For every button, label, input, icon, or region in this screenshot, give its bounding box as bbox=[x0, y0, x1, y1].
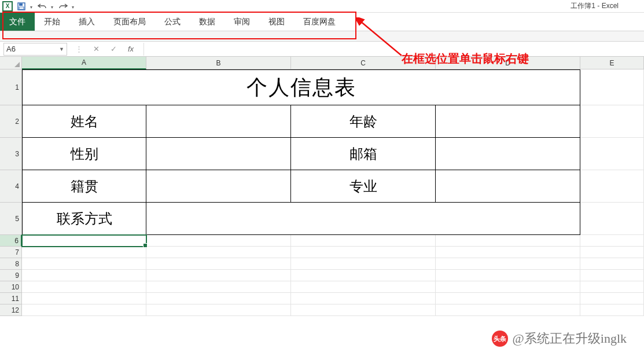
cell[interactable] bbox=[580, 235, 644, 247]
cell[interactable]: 姓名 bbox=[22, 105, 146, 138]
column-header-B[interactable]: B bbox=[146, 57, 291, 69]
cell[interactable] bbox=[580, 203, 644, 235]
column-header-row: ABCDE bbox=[0, 57, 644, 69]
name-box-dropdown-icon[interactable]: ▼ bbox=[59, 46, 64, 52]
row-header-12[interactable]: 12 bbox=[0, 304, 22, 316]
cell[interactable] bbox=[580, 304, 644, 316]
select-all-corner[interactable] bbox=[0, 57, 22, 69]
merged-contact-cell[interactable] bbox=[146, 203, 580, 235]
row-header-3[interactable]: 3 bbox=[0, 138, 22, 170]
cell[interactable]: 邮箱 bbox=[291, 138, 436, 170]
undo-dropdown[interactable]: ▾ bbox=[51, 5, 54, 8]
cell[interactable] bbox=[22, 293, 146, 304]
cell[interactable] bbox=[436, 247, 580, 258]
cell[interactable] bbox=[291, 258, 436, 270]
cell[interactable] bbox=[580, 281, 644, 293]
redo-icon bbox=[58, 3, 68, 10]
save-button[interactable] bbox=[15, 1, 28, 12]
cell[interactable]: 联系方式 bbox=[22, 203, 146, 235]
cell[interactable] bbox=[291, 270, 436, 281]
ribbon-tab-4[interactable]: 公式 bbox=[155, 13, 190, 31]
title-bar: X ▾ ▾ ▾ 工作簿1 - Excel bbox=[0, 0, 644, 13]
cancel-formula-button[interactable]: ✕ bbox=[89, 45, 103, 53]
cell[interactable] bbox=[580, 105, 644, 138]
row-header-5[interactable]: 5 bbox=[0, 203, 22, 235]
undo-button[interactable] bbox=[36, 1, 49, 12]
cell[interactable] bbox=[580, 293, 644, 304]
ribbon-body bbox=[0, 31, 644, 42]
cell[interactable] bbox=[22, 304, 146, 316]
cell[interactable]: 性别 bbox=[22, 138, 146, 170]
row-header-8[interactable]: 8 bbox=[0, 258, 22, 270]
cell[interactable] bbox=[146, 105, 291, 138]
cell[interactable] bbox=[146, 170, 291, 203]
cell[interactable] bbox=[22, 258, 146, 270]
row-header-7[interactable]: 7 bbox=[0, 247, 22, 258]
cell[interactable] bbox=[580, 258, 644, 270]
ribbon-tab-8[interactable]: 百度网盘 bbox=[294, 13, 345, 31]
cell[interactable] bbox=[291, 235, 436, 247]
ribbon-tab-2[interactable]: 插入 bbox=[69, 13, 104, 31]
cell[interactable]: 专业 bbox=[291, 170, 436, 203]
ribbon-tab-0[interactable]: 文件 bbox=[0, 13, 35, 31]
cell[interactable] bbox=[436, 293, 580, 304]
watermark-text: @系统正在升级inglk bbox=[513, 330, 627, 347]
cell[interactable] bbox=[146, 281, 291, 293]
cell[interactable] bbox=[580, 170, 644, 203]
row-header-2[interactable]: 2 bbox=[0, 105, 22, 138]
row-header-10[interactable]: 10 bbox=[0, 281, 22, 293]
cell[interactable] bbox=[436, 304, 580, 316]
cell[interactable] bbox=[146, 293, 291, 304]
cell[interactable] bbox=[22, 270, 146, 281]
accept-formula-button[interactable]: ✓ bbox=[106, 45, 120, 53]
row-header-4[interactable]: 4 bbox=[0, 170, 22, 203]
cell[interactable] bbox=[436, 170, 580, 203]
ribbon-tabs: 文件开始插入页面布局公式数据审阅视图百度网盘 bbox=[0, 13, 644, 31]
ribbon-tab-6[interactable]: 审阅 bbox=[225, 13, 259, 31]
watermark: 头条 @系统正在升级inglk bbox=[492, 330, 627, 347]
ribbon-tab-3[interactable]: 页面布局 bbox=[104, 13, 155, 31]
row-header-1[interactable]: 1 bbox=[0, 69, 22, 105]
cell[interactable] bbox=[580, 69, 644, 105]
ribbon-tab-5[interactable]: 数据 bbox=[190, 13, 225, 31]
cell[interactable] bbox=[146, 270, 291, 281]
merged-title-cell[interactable]: 个人信息表 bbox=[22, 69, 580, 105]
cell[interactable] bbox=[436, 138, 580, 170]
cell[interactable]: 籍贯 bbox=[22, 170, 146, 203]
cell[interactable] bbox=[291, 293, 436, 304]
fx-button[interactable]: fx bbox=[124, 45, 138, 53]
formula-bar: A6 ▼ ⋮ ✕ ✓ fx bbox=[0, 42, 644, 57]
row-header-9[interactable]: 9 bbox=[0, 270, 22, 281]
cell[interactable] bbox=[436, 235, 580, 247]
column-header-A[interactable]: A bbox=[22, 57, 146, 69]
cell[interactable] bbox=[291, 304, 436, 316]
active-cell[interactable] bbox=[22, 235, 146, 247]
cell[interactable] bbox=[22, 247, 146, 258]
row-header-11[interactable]: 11 bbox=[0, 293, 22, 304]
cell[interactable]: 年龄 bbox=[291, 105, 436, 138]
cell[interactable] bbox=[436, 105, 580, 138]
cell[interactable] bbox=[146, 258, 291, 270]
cell[interactable] bbox=[146, 247, 291, 258]
cell[interactable] bbox=[436, 281, 580, 293]
redo-button[interactable] bbox=[57, 1, 69, 12]
name-box[interactable]: A6 ▼ bbox=[3, 43, 67, 56]
formula-input[interactable] bbox=[143, 43, 644, 56]
cell[interactable] bbox=[291, 281, 436, 293]
quick-access-toolbar: X ▾ ▾ ▾ bbox=[2, 1, 75, 12]
cell[interactable] bbox=[146, 138, 291, 170]
column-header-E[interactable]: E bbox=[580, 57, 644, 69]
cell[interactable] bbox=[22, 281, 146, 293]
cell[interactable] bbox=[580, 138, 644, 170]
ribbon-tab-7[interactable]: 视图 bbox=[259, 13, 294, 31]
cell[interactable] bbox=[436, 258, 580, 270]
cell[interactable] bbox=[291, 247, 436, 258]
cell[interactable] bbox=[580, 270, 644, 281]
ribbon-tab-1[interactable]: 开始 bbox=[35, 13, 69, 31]
cell[interactable] bbox=[436, 270, 580, 281]
cell[interactable] bbox=[146, 304, 291, 316]
cell[interactable] bbox=[580, 247, 644, 258]
cell[interactable] bbox=[146, 235, 291, 247]
row-header-6[interactable]: 6 bbox=[0, 235, 22, 247]
ribbon-container: 文件开始插入页面布局公式数据审阅视图百度网盘 bbox=[0, 13, 644, 42]
